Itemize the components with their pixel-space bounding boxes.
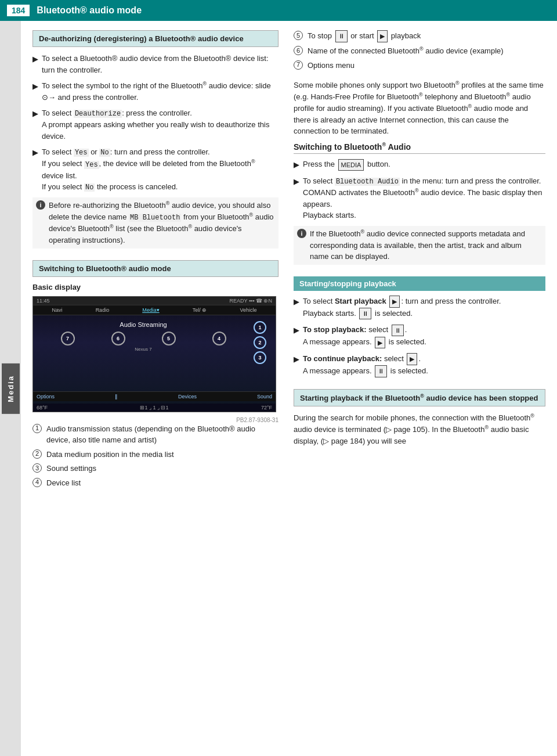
s1-bullet-2-text: To select Bluetooth Audio in the menu: t… [303,175,545,221]
s2-arrow-2: ▶ [294,325,299,348]
arrow-icon-3: ▶ [32,108,38,142]
play-btn-icon: ▶ [377,30,388,42]
temp-indicators: ⊞1 ⌟ 1 ⌟ ⊟1 [140,405,168,411]
display-circle-7: 7 [61,332,75,345]
bullet-1-text: To select a Bluetooth® audio device from… [42,53,278,75]
bluetooth-audio-code: Bluetooth Audio [335,178,400,186]
bottom-devices: Devices [178,394,197,399]
num-5-text: To stop ⏸ or start ▶ playback [308,30,421,42]
s1-arrow-1: ▶ [294,159,299,171]
deauthorize-code: Deauthorize [74,110,122,118]
play-btn-2: ▶ [375,337,385,349]
bullet-3: ▶ To select Deauthorize: press the contr… [32,107,278,142]
s2-bullet-1-text: To select Start playback ▶: turn and pre… [303,296,501,320]
temp-right: 72°F [261,405,272,411]
play-btn-1: ▶ [389,296,400,308]
switching-box: Switching to Bluetooth® audio mode [32,260,278,277]
stopped-para: During the search for mobile phones, the… [294,412,545,447]
main-content: Media De-authorizing (deregistering) a B… [0,21,557,756]
s1-info-icon: i [297,229,306,238]
left-column: De-authorizing (deregistering) a Bluetoo… [21,30,288,756]
numbered-5: 5 To stop ⏸ or start ▶ playback [294,30,545,42]
media-btn-icon: MEDIA [338,159,364,171]
bullet-4-text: To select Yes or No: turn and press the … [42,146,278,193]
page-number: 184 [7,5,30,16]
pause-btn-icon: ⏸ [335,30,348,42]
start-playback-bold: Start playback [335,297,386,305]
num-circle-3: 3 [32,463,42,473]
right-column: 5 To stop ⏸ or start ▶ playback 6 Name o… [288,30,557,756]
bullet-2-text: To select the symbol to the right of the… [42,80,278,103]
s1-bullet-2: ▶ To select Bluetooth Audio in the menu:… [294,175,545,221]
s1-info-1-text: If the Bluetooth® audio device connected… [310,228,542,262]
arrow-icon-2: ▶ [32,81,38,103]
display-nav-bar: Navi Radio Media▾ Tel/ ⊕ Vehicle [33,305,276,315]
num-4-text: Device list [46,477,81,489]
display-ready: READY ▪▪▪ ☎ ⊕N [230,298,272,304]
device-display: 11:45 READY ▪▪▪ ☎ ⊕N Navi Radio Media▾ T… [32,296,276,412]
info-1-text: Before re-authorizing the Bluetooth® aud… [49,200,275,246]
basic-display-label: Basic display [32,283,278,291]
bullet-3-text: To select Deauthorize: press the control… [42,107,278,142]
num-7-text: Options menu [308,60,355,71]
content-area: De-authorizing (deregistering) a Bluetoo… [21,21,557,756]
bottom-options: Options [37,394,55,399]
bottom-sound: Sound [257,394,272,399]
display-time: 11:45 [37,298,50,304]
deauth-box: De-authorizing (deregistering) a Bluetoo… [32,30,278,47]
numbered-6: 6 Name of the connected Bluetooth® audio… [294,45,545,57]
sidebar-label: Media [2,363,20,414]
nav-media: Media▾ [142,307,160,313]
info-icon-1: i [36,200,45,210]
display-main-area: Audio Streaming 7 6 5 4 Nexus 7 [33,315,276,368]
display-circle-1: 1 [254,321,266,334]
arrow-icon-4: ▶ [32,147,38,193]
nav-vehicle: Vehicle [240,307,256,313]
header-bar: 184 Bluetooth® audio mode [0,0,557,21]
support-para: Some mobile phones only support two Blue… [294,80,545,136]
bottom-pause: ‖ [115,394,118,399]
image-reference: PB2.87-9308-31 [32,417,278,423]
s1-bullet-1-text: Press the MEDIA button. [303,159,390,171]
sidebar: Media [0,21,21,756]
arrow-icon-1: ▶ [32,53,38,75]
switching-audio-heading: Switching to Bluetooth® Audio [294,142,545,154]
page-title: Bluetooth® audio mode [37,5,142,16]
nav-navi: Navi [52,307,63,313]
num-circle-4: 4 [32,478,42,487]
playback-section-box: Starting/stopping playback [294,276,545,291]
stopped-box-title: Starting playback if the Bluetooth® audi… [300,394,538,402]
s2-bullet-2: ▶ To stop playback: select ⏸.A message a… [294,324,545,348]
switching-box-title: Switching to Bluetooth® audio mode [39,264,171,273]
display-circle-3: 3 [254,351,266,364]
display-circle-4: 4 [212,332,226,345]
numbered-7: 7 Options menu [294,60,545,71]
deauth-box-title: De-authorizing (deregistering) a Bluetoo… [39,34,244,43]
numbered-4: 4 Device list [32,477,278,489]
bullet-1: ▶ To select a Bluetooth® audio device fr… [32,53,278,75]
temp-left: 68°F [37,405,48,411]
num-circle-2: 2 [32,449,42,459]
display-circle-6: 6 [111,332,125,345]
numbered-2: 2 Data medium position in the media list [32,449,278,460]
num-6-text: Name of the connected Bluetooth® audio d… [308,45,504,57]
s2-bullet-2-text: To stop playback: select ⏸.A message app… [303,324,426,348]
num-circle-1: 1 [32,424,42,433]
stopped-box: Starting playback if the Bluetooth® audi… [294,389,545,406]
pause-btn-2: ⏸ [392,325,404,337]
num-1-text: Audio transmission status (depending on … [46,423,278,446]
s2-bullet-3-text: To continue playback: select ▶.A message… [303,353,428,377]
s1-arrow-2: ▶ [294,176,299,221]
pause-btn-1: ⏸ [359,308,371,320]
info-1: i Before re-authorizing the Bluetooth® a… [32,197,278,248]
s1-info-1: i If the Bluetooth® audio device connect… [294,226,545,265]
num-2-text: Data medium position in the media list [46,449,174,460]
numbered-1: 1 Audio transmission status (depending o… [32,423,278,446]
s2-arrow-1: ▶ [294,296,299,320]
nav-radio: Radio [96,307,110,313]
display-status-bar: 11:45 READY ▪▪▪ ☎ ⊕N [33,297,276,305]
s2-bullet-1: ▶ To select Start playback ▶: turn and p… [294,296,545,320]
s1-bullet-1: ▶ Press the MEDIA button. [294,159,545,171]
num-circle-5: 5 [294,31,303,40]
display-circle-2: 2 [254,336,266,349]
